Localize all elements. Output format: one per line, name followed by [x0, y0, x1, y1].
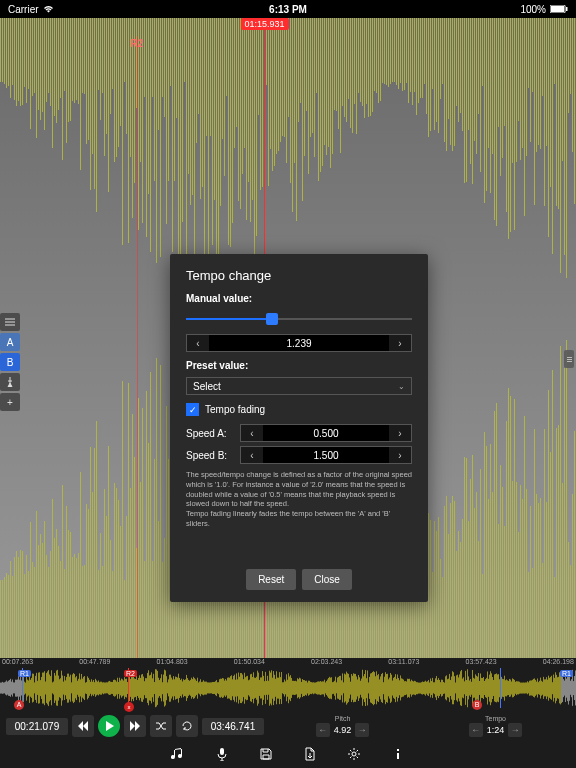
save-icon[interactable] — [258, 746, 274, 762]
chevron-right-icon[interactable]: › — [389, 425, 411, 441]
pitch-value: 4.92 — [334, 725, 352, 735]
timestamp: 01:50.034 — [234, 658, 265, 665]
speed-b-stepper[interactable]: ‹ 1.500 › — [240, 446, 412, 464]
speed-a-label: Speed A: — [186, 428, 234, 439]
ov-badge-a: A — [14, 700, 24, 710]
timestamp: 03:57.423 — [466, 658, 497, 665]
bottom-toolbar — [0, 740, 576, 768]
pin-icon[interactable] — [0, 373, 20, 391]
export-icon[interactable] — [302, 746, 318, 762]
help-text: The speed/tempo change is defined as a f… — [186, 470, 412, 529]
preset-value: Select — [193, 381, 221, 392]
preset-value-label: Preset value: — [186, 360, 412, 371]
svg-rect-1 — [551, 6, 564, 12]
ov-badge-r1-left: R1 — [18, 670, 31, 677]
marker-r2-label: R2 — [131, 38, 144, 49]
ov-badge-b: B — [472, 700, 482, 710]
position-time[interactable]: 00:21.079 — [6, 718, 68, 735]
manual-value-stepper[interactable]: ‹ 1.239 › — [186, 334, 412, 352]
timestamp: 02:03.243 — [311, 658, 342, 665]
tempo-value: 1:24 — [487, 725, 505, 735]
tempo-fading-label: Tempo fading — [205, 404, 265, 415]
pitch-up-button[interactable]: → — [355, 723, 369, 737]
chevron-left-icon[interactable]: ‹ — [241, 425, 263, 441]
chevron-left-icon[interactable]: ‹ — [187, 335, 209, 351]
ov-marker-r1-right — [500, 668, 501, 708]
tempo-control: Tempo ← 1:24 → — [421, 715, 570, 737]
info-icon[interactable] — [390, 746, 406, 762]
dialog-title: Tempo change — [186, 268, 412, 283]
svg-rect-2 — [566, 7, 568, 11]
mic-icon[interactable] — [214, 746, 230, 762]
tempo-down-button[interactable]: ← — [469, 723, 483, 737]
svg-rect-5 — [397, 749, 399, 751]
loop-button[interactable] — [176, 715, 198, 737]
manual-value-label: Manual value: — [186, 293, 412, 304]
chevron-right-icon[interactable]: › — [389, 335, 411, 351]
battery-icon — [550, 5, 568, 13]
speed-a-value: 0.500 — [263, 425, 389, 441]
manual-value: 1.239 — [209, 335, 389, 351]
close-button[interactable]: Close — [302, 569, 352, 590]
speed-b-label: Speed B: — [186, 450, 234, 461]
timestamp: 00:47.789 — [79, 658, 110, 665]
shuffle-button[interactable] — [150, 715, 172, 737]
waveform-main[interactable]: R2 01:15.931 A B + Tempo change Manual v… — [0, 18, 576, 658]
svg-point-4 — [352, 752, 356, 756]
timestamp: 00:07.263 — [2, 658, 33, 665]
overview-timestamps: 00:07.26300:47.78901:04.80301:50.03402:0… — [0, 658, 576, 665]
speed-b-value: 1.500 — [263, 447, 389, 463]
marker-b-button[interactable]: B — [0, 353, 20, 371]
carrier-label: Carrier — [8, 4, 39, 15]
play-button[interactable] — [98, 715, 120, 737]
ov-badge-r2: R2 — [124, 670, 137, 677]
tempo-label: Tempo — [485, 715, 506, 722]
svg-rect-3 — [220, 748, 224, 755]
tempo-change-dialog: Tempo change Manual value: ‹ 1.239 › Pre… — [170, 254, 428, 602]
menu-icon[interactable] — [0, 313, 20, 331]
timestamp: 04:26.198 — [543, 658, 574, 665]
chevron-down-icon: ⌄ — [398, 382, 405, 391]
ov-badge-r1-right-label: R1 — [560, 670, 573, 677]
forward-button[interactable] — [124, 715, 146, 737]
waveform-overview[interactable]: 00:07.26300:47.78901:04.80301:50.03402:0… — [0, 658, 576, 712]
drag-handle-icon[interactable] — [564, 350, 574, 368]
transport-bar: 00:21.079 03:46.741 Pitch ← 4.92 → Tempo… — [0, 712, 576, 740]
timestamp: 03:11.073 — [388, 658, 419, 665]
plus-icon[interactable]: + — [0, 393, 20, 411]
music-icon[interactable] — [170, 746, 186, 762]
side-toolbar: A B + — [0, 313, 20, 411]
marker-a-button[interactable]: A — [0, 333, 20, 351]
svg-rect-6 — [397, 753, 399, 759]
wifi-icon — [43, 5, 54, 13]
status-bar: Carrier 6:13 PM 100% — [0, 0, 576, 18]
chevron-left-icon[interactable]: ‹ — [241, 447, 263, 463]
tempo-up-button[interactable]: → — [508, 723, 522, 737]
speed-a-stepper[interactable]: ‹ 0.500 › — [240, 424, 412, 442]
chevron-right-icon[interactable]: › — [389, 447, 411, 463]
pitch-label: Pitch — [335, 715, 351, 722]
ov-badge-x: x — [124, 702, 134, 712]
preset-select[interactable]: Select ⌄ — [186, 377, 412, 395]
rewind-button[interactable] — [72, 715, 94, 737]
marker-r2-line — [137, 36, 138, 658]
pitch-down-button[interactable]: ← — [316, 723, 330, 737]
manual-value-slider[interactable] — [186, 310, 412, 328]
timestamp: 01:04.803 — [157, 658, 188, 665]
settings-icon[interactable] — [346, 746, 362, 762]
battery-label: 100% — [520, 4, 546, 15]
tempo-fading-checkbox[interactable]: ✓ — [186, 403, 199, 416]
total-time[interactable]: 03:46.741 — [202, 718, 264, 735]
clock: 6:13 PM — [269, 4, 307, 15]
pitch-control: Pitch ← 4.92 → — [268, 715, 417, 737]
reset-button[interactable]: Reset — [246, 569, 296, 590]
playhead-time: 01:15.931 — [240, 18, 288, 30]
